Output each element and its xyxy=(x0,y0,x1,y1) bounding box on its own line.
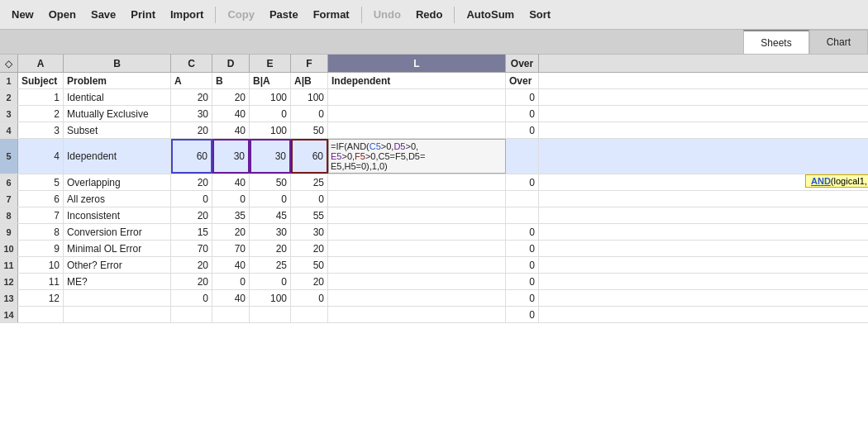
cell-1-over[interactable]: Over xyxy=(506,73,539,88)
cell-14-e[interactable] xyxy=(250,307,291,322)
cell-9-f[interactable]: 30 xyxy=(291,224,328,240)
cell-12-over[interactable]: 0 xyxy=(506,274,539,289)
cell-2-over[interactable]: 0 xyxy=(506,89,539,105)
redo-button[interactable]: Redo xyxy=(409,5,450,24)
import-button[interactable]: Import xyxy=(164,5,210,24)
cell-3-a[interactable]: 2 xyxy=(18,106,64,122)
cell-3-d[interactable]: 40 xyxy=(212,106,250,122)
cell-3-c[interactable]: 30 xyxy=(171,106,212,122)
cell-4-b[interactable]: Subset xyxy=(64,122,171,138)
cell-11-d[interactable]: 40 xyxy=(212,257,250,273)
cell-2-d[interactable]: 20 xyxy=(212,89,250,105)
cell-12-c[interactable]: 20 xyxy=(171,274,212,289)
cell-2-e[interactable]: 100 xyxy=(250,89,291,105)
cell-13-c[interactable]: 0 xyxy=(171,290,212,306)
undo-button[interactable]: Undo xyxy=(367,5,408,24)
cell-10-over[interactable]: 0 xyxy=(506,241,539,256)
cell-8-over[interactable] xyxy=(506,207,539,223)
cell-13-b[interactable] xyxy=(64,290,171,306)
cell-14-a[interactable] xyxy=(18,307,64,322)
cell-6-c[interactable]: 20 xyxy=(171,174,212,190)
cell-7-b[interactable]: All zeros xyxy=(64,191,171,207)
cell-8-d[interactable]: 35 xyxy=(212,207,250,223)
cell-6-l[interactable] xyxy=(328,174,506,190)
cell-5-c[interactable]: 60 xyxy=(171,139,212,174)
cell-1-f[interactable]: A|B xyxy=(291,73,328,88)
cell-3-b[interactable]: Mutually Exclusive xyxy=(64,106,171,122)
cell-12-f[interactable]: 20 xyxy=(291,274,328,289)
cell-5-d[interactable]: 30 xyxy=(212,139,250,174)
col-header-a[interactable]: A xyxy=(18,55,64,72)
col-header-d[interactable]: D xyxy=(212,55,250,72)
cell-13-f[interactable]: 0 xyxy=(291,290,328,306)
cell-10-c[interactable]: 70 xyxy=(171,241,212,256)
cell-14-b[interactable] xyxy=(64,307,171,322)
cell-6-a[interactable]: 5 xyxy=(18,174,64,190)
new-button[interactable]: New xyxy=(5,5,41,24)
cell-10-f[interactable]: 20 xyxy=(291,241,328,256)
tab-chart[interactable]: Chart xyxy=(809,30,868,54)
cell-4-f[interactable]: 50 xyxy=(291,122,328,138)
cell-2-c[interactable]: 20 xyxy=(171,89,212,105)
cell-6-f[interactable]: 25 xyxy=(291,174,328,190)
cell-13-a[interactable]: 12 xyxy=(18,290,64,306)
cell-7-f[interactable]: 0 xyxy=(291,191,328,207)
cell-2-a[interactable]: 1 xyxy=(18,89,64,105)
cell-10-l[interactable] xyxy=(328,241,506,256)
col-header-c[interactable]: C xyxy=(171,55,212,72)
cell-10-a[interactable]: 9 xyxy=(18,241,64,256)
cell-5-a[interactable]: 4 xyxy=(18,139,64,174)
cell-9-c[interactable]: 15 xyxy=(171,224,212,240)
cell-7-a[interactable]: 6 xyxy=(18,191,64,207)
cell-1-e[interactable]: B|A xyxy=(250,73,291,88)
cell-5-b[interactable]: Idependent xyxy=(64,139,171,174)
cell-11-e[interactable]: 25 xyxy=(250,257,291,273)
cell-4-c[interactable]: 20 xyxy=(171,122,212,138)
col-header-b[interactable]: B xyxy=(64,55,171,72)
cell-8-c[interactable]: 20 xyxy=(171,207,212,223)
cell-4-a[interactable]: 3 xyxy=(18,122,64,138)
cell-12-b[interactable]: ME? xyxy=(64,274,171,289)
cell-8-b[interactable]: Inconsistent xyxy=(64,207,171,223)
cell-11-a[interactable]: 10 xyxy=(18,257,64,273)
cell-11-over[interactable]: 0 xyxy=(506,257,539,273)
save-button[interactable]: Save xyxy=(84,5,122,24)
cell-9-over[interactable]: 0 xyxy=(506,224,539,240)
cell-7-over[interactable] xyxy=(506,191,539,207)
cell-5-e[interactable]: 30 xyxy=(250,139,291,174)
cell-6-b[interactable]: Overlapping xyxy=(64,174,171,190)
cell-1-a[interactable]: Subject xyxy=(18,73,64,88)
cell-10-e[interactable]: 20 xyxy=(250,241,291,256)
cell-13-l[interactable] xyxy=(328,290,506,306)
col-header-f[interactable]: F xyxy=(291,55,328,72)
copy-button[interactable]: Copy xyxy=(221,5,261,24)
sort-button[interactable]: Sort xyxy=(522,5,557,24)
cell-12-d[interactable]: 0 xyxy=(212,274,250,289)
cell-5-over[interactable] xyxy=(506,139,539,174)
autosum-button[interactable]: AutoSum xyxy=(460,5,521,24)
print-button[interactable]: Print xyxy=(124,5,162,24)
cell-8-e[interactable]: 45 xyxy=(250,207,291,223)
open-button[interactable]: Open xyxy=(42,5,83,24)
cell-6-d[interactable]: 40 xyxy=(212,174,250,190)
cell-3-f[interactable]: 0 xyxy=(291,106,328,122)
cell-5-l-formula[interactable]: =IF(AND(C5>0,D5>0, E5>0,F5>0,C5=F5,D5= E… xyxy=(328,139,506,174)
cell-1-c[interactable]: A xyxy=(171,73,212,88)
cell-9-d[interactable]: 20 xyxy=(212,224,250,240)
cell-12-l[interactable] xyxy=(328,274,506,289)
cell-2-f[interactable]: 100 xyxy=(291,89,328,105)
col-header-e[interactable]: E xyxy=(250,55,291,72)
cell-3-l[interactable] xyxy=(328,106,506,122)
cell-8-a[interactable]: 7 xyxy=(18,207,64,223)
cell-14-d[interactable] xyxy=(212,307,250,322)
cell-1-d[interactable]: B xyxy=(212,73,250,88)
cell-9-e[interactable]: 30 xyxy=(250,224,291,240)
cell-14-c[interactable] xyxy=(171,307,212,322)
cell-9-b[interactable]: Conversion Error xyxy=(64,224,171,240)
cell-8-f[interactable]: 55 xyxy=(291,207,328,223)
cell-11-l[interactable] xyxy=(328,257,506,273)
cell-13-over[interactable]: 0 xyxy=(506,290,539,306)
cell-11-c[interactable]: 20 xyxy=(171,257,212,273)
format-button[interactable]: Format xyxy=(307,5,356,24)
cell-10-b[interactable]: Minimal OL Error xyxy=(64,241,171,256)
